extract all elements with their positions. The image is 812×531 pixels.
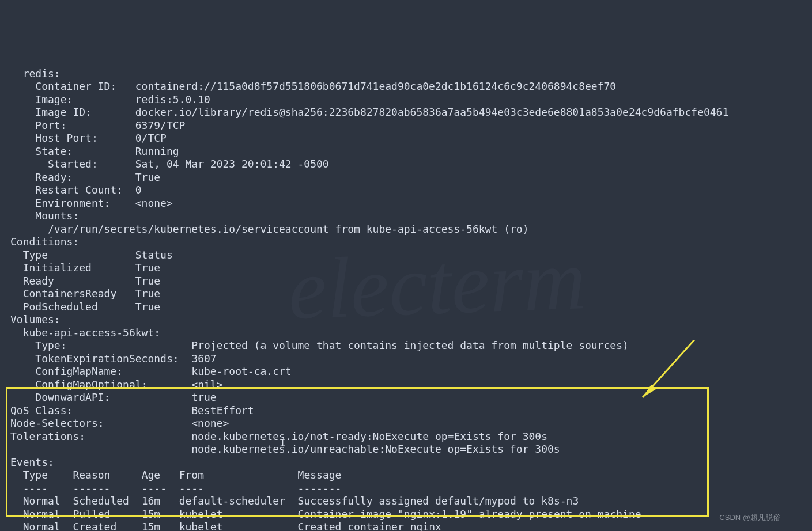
volume-type-row: Type: Projected (a volume that contains … [10, 339, 629, 351]
qos-row: QoS Class: BestEffort [10, 404, 254, 416]
volume-token-exp-row: TokenExpirationSeconds: 3607 [10, 352, 217, 365]
footer-attribution: CSDN @超凡脱俗 [719, 513, 780, 522]
image-id-row: Image ID: docker.io/library/redis@sha256… [10, 106, 728, 118]
container-name: redis: [10, 67, 61, 79]
mounts-label-row: Mounts: [10, 210, 79, 222]
host-port-row: Host Port: 0/TCP [10, 132, 167, 144]
event-row: Normal Scheduled 16m default-scheduler S… [10, 495, 579, 507]
state-row: State: Running [10, 145, 179, 157]
condition-row: ContainersReady True [10, 287, 160, 299]
tolerations-row: Tolerations: node.kubernetes.io/not-read… [10, 430, 547, 442]
event-row: Normal Created 15m kubelet Created conta… [10, 521, 441, 531]
condition-row: PodScheduled True [10, 301, 160, 313]
conditions-header: Conditions: [10, 236, 79, 248]
mounts-value-row: /var/run/secrets/kubernetes.io/serviceac… [10, 223, 528, 235]
ready-row: Ready: True [10, 171, 160, 183]
volume-configmap-optional-row: ConfigMapOptional: <nil> [10, 378, 222, 390]
port-row: Port: 6379/TCP [10, 119, 185, 131]
started-row: Started: Sat, 04 Mar 2023 20:01:42 -0500 [10, 158, 329, 170]
restart-count-row: Restart Count: 0 [10, 184, 142, 196]
volume-name: kube-api-access-56kwt: [10, 327, 160, 339]
events-separator: ---- ------ ---- ---- ------- [10, 482, 341, 494]
volume-downward-api-row: DownwardAPI: true [10, 391, 217, 403]
terminal-output[interactable]: redis: Container ID: containerd://115a0d… [0, 52, 812, 531]
volume-configmap-name-row: ConfigMapName: kube-root-ca.crt [10, 365, 292, 377]
condition-row: Ready True [10, 275, 160, 287]
image-row: Image: redis:5.0.10 [10, 93, 210, 105]
volumes-header: Volumes: [10, 313, 61, 325]
container-id-row: Container ID: containerd://115a0d8f57d55… [10, 80, 616, 92]
conditions-columns: Type Status [10, 249, 173, 261]
text-cursor-icon: I [280, 437, 286, 450]
event-row: Normal Pulled 15m kubelet Container imag… [10, 508, 641, 520]
events-header: Events: [10, 456, 54, 468]
condition-row: Initialized True [10, 261, 160, 274]
environment-row: Environment: <none> [10, 197, 173, 209]
events-columns: Type Reason Age From Message [10, 469, 341, 481]
node-selectors-row: Node-Selectors: <none> [10, 417, 229, 429]
